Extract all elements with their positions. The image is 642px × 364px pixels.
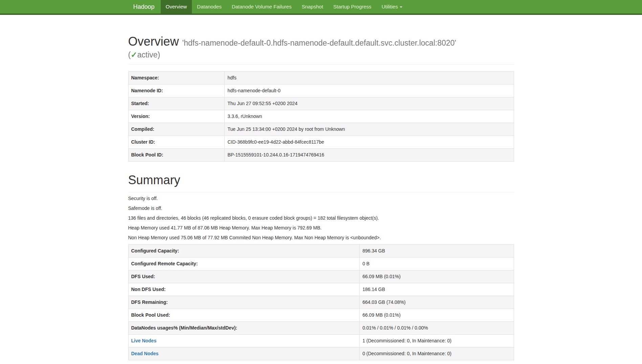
row-value: Tue Jun 25 13:34:00 +0200 2024 by root f… bbox=[225, 123, 514, 136]
row-value: 186.14 GB bbox=[359, 283, 514, 296]
row-label: Live Nodes bbox=[128, 334, 359, 347]
table-row: DFS Remaining: 664.03 GB (74.08%) bbox=[128, 296, 514, 309]
table-row: DataNodes usages% (Min/Median/Max/stdDev… bbox=[128, 321, 514, 334]
namenode-address: 'hdfs-namenode-default-0.hdfs-namenode-d… bbox=[182, 39, 456, 47]
main-content: Overview 'hdfs-namenode-default-0.hdfs-n… bbox=[128, 34, 514, 360]
ha-state-label: active) bbox=[137, 50, 160, 59]
table-row: Non DFS Used: 186.14 GB bbox=[128, 283, 514, 296]
row-value: 0 (Decommissioned: 0, In Maintenance: 0) bbox=[359, 347, 514, 360]
row-label: DataNodes usages% (Min/Median/Max/stdDev… bbox=[128, 321, 359, 334]
row-value: 0.01% / 0.01% / 0.01% / 0.00% bbox=[359, 321, 514, 334]
live-nodes-link[interactable]: Live Nodes bbox=[131, 338, 157, 343]
table-row: Dead Nodes 0 (Decommissioned: 0, In Main… bbox=[128, 347, 514, 360]
row-label: Compiled: bbox=[128, 123, 225, 136]
summary-line-heap: Heap Memory used 41.77 MB of 87.06 MB He… bbox=[128, 224, 514, 231]
row-value: 664.03 GB (74.08%) bbox=[359, 296, 514, 309]
row-value: Thu Jun 27 09:52:55 +0200 2024 bbox=[225, 97, 514, 110]
row-value: 896.34 GB bbox=[359, 244, 514, 257]
nav-item-datanodes[interactable]: Datanodes bbox=[192, 0, 227, 14]
row-value: 3.3.6, rUnknown bbox=[225, 110, 514, 123]
row-value: 66.09 MB (0.01%) bbox=[359, 270, 514, 283]
navbar-menu: Overview Datanodes Datanode Volume Failu… bbox=[161, 0, 407, 14]
summary-line-safemode: Safemode is off. bbox=[128, 205, 514, 212]
row-label: Non DFS Used: bbox=[128, 283, 359, 296]
summary-line-security: Security is off. bbox=[128, 195, 514, 202]
table-row: Live Nodes 1 (Decommissioned: 0, In Main… bbox=[128, 334, 514, 347]
caret-down-icon bbox=[400, 6, 402, 8]
summary-line-nonheap: Non Heap Memory used 75.06 MB of 77.92 M… bbox=[128, 234, 514, 241]
summary-text: Security is off. Safemode is off. 136 fi… bbox=[128, 192, 514, 241]
page-title: Overview 'hdfs-namenode-default-0.hdfs-n… bbox=[128, 34, 514, 59]
row-value: 0 B bbox=[359, 257, 514, 270]
nav-item-utilities[interactable]: Utilities bbox=[376, 0, 407, 14]
table-row: Compiled: Tue Jun 25 13:34:00 +0200 2024… bbox=[128, 123, 514, 136]
row-value: hdfs bbox=[225, 71, 514, 84]
row-label: Namenode ID: bbox=[128, 84, 225, 97]
summary-heading: Summary bbox=[128, 173, 514, 187]
overview-heading: Overview bbox=[128, 34, 179, 48]
row-value: 66.09 MB (0.01%) bbox=[359, 309, 514, 321]
ha-state: (✓active) bbox=[128, 50, 514, 59]
summary-line-filesystem: 136 files and directories, 46 blocks (46… bbox=[128, 215, 514, 221]
table-row: Configured Remote Capacity: 0 B bbox=[128, 257, 514, 270]
row-label: Started: bbox=[128, 97, 225, 110]
row-label: Cluster ID: bbox=[128, 136, 225, 148]
dead-nodes-link[interactable]: Dead Nodes bbox=[131, 351, 159, 356]
storage-metrics-table: Configured Capacity: 896.34 GB Configure… bbox=[128, 244, 514, 360]
navbar-container: Hadoop Overview Datanodes Datanode Volum… bbox=[128, 0, 514, 14]
row-value: hdfs-namenode-default-0 bbox=[225, 84, 514, 97]
table-row: DFS Used: 66.09 MB (0.01%) bbox=[128, 270, 514, 283]
row-label: DFS Used: bbox=[128, 270, 359, 283]
row-label: Namespace: bbox=[128, 71, 225, 84]
nav-item-datanode-volume-failures[interactable]: Datanode Volume Failures bbox=[227, 0, 297, 14]
row-label: Configured Remote Capacity: bbox=[128, 257, 359, 270]
row-value: 1 (Decommissioned: 0, In Maintenance: 0) bbox=[359, 334, 514, 347]
table-row: Namenode ID: hdfs-namenode-default-0 bbox=[128, 84, 514, 97]
row-label: Dead Nodes bbox=[128, 347, 359, 360]
row-value: BP-1515559101-10.244.0.16-1719474769416 bbox=[225, 148, 514, 161]
nav-item-startup-progress[interactable]: Startup Progress bbox=[328, 0, 377, 14]
table-row: Cluster ID: CID-368b9fc0-ee19-4d22-abbd-… bbox=[128, 136, 514, 148]
row-label: Block Pool Used: bbox=[128, 309, 359, 321]
navbar-brand[interactable]: Hadoop bbox=[128, 0, 161, 14]
table-row: Namespace: hdfs bbox=[128, 71, 514, 84]
table-row: Started: Thu Jun 27 09:52:55 +0200 2024 bbox=[128, 97, 514, 110]
table-row: Version: 3.3.6, rUnknown bbox=[128, 110, 514, 123]
table-row: Block Pool Used: 66.09 MB (0.01%) bbox=[128, 309, 514, 321]
check-icon: ✓ bbox=[131, 50, 137, 59]
nav-item-overview[interactable]: Overview bbox=[161, 0, 192, 14]
row-label: Configured Capacity: bbox=[128, 244, 359, 257]
namenode-info-table: Namespace: hdfs Namenode ID: hdfs-nameno… bbox=[128, 71, 514, 162]
row-label: DFS Remaining: bbox=[128, 296, 359, 309]
nav-item-utilities-label: Utilities bbox=[381, 4, 398, 9]
nav-item-snapshot[interactable]: Snapshot bbox=[296, 0, 328, 14]
row-label: Version: bbox=[128, 110, 225, 123]
row-value: CID-368b9fc0-ee19-4d22-abbd-84fcec8117be bbox=[225, 136, 514, 148]
row-label: Block Pool ID: bbox=[128, 148, 225, 161]
table-row: Block Pool ID: BP-1515559101-10.244.0.16… bbox=[128, 148, 514, 161]
heading-divider bbox=[128, 64, 514, 65]
navbar: Hadoop Overview Datanodes Datanode Volum… bbox=[0, 0, 642, 15]
table-row: Configured Capacity: 896.34 GB bbox=[128, 244, 514, 257]
